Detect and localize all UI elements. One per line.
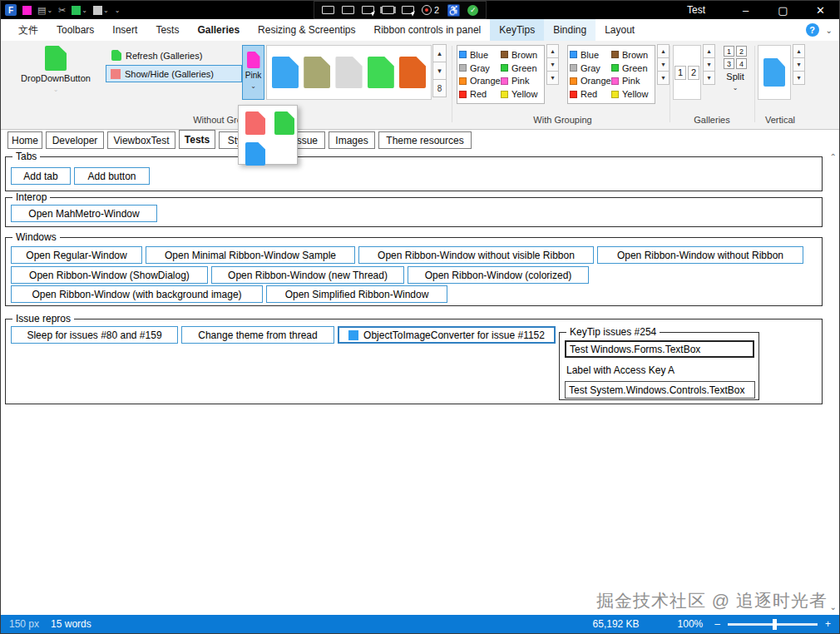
open-mahmetro-window-button[interactable]: Open MahMetro-Window [11, 205, 157, 222]
scroll-up-button[interactable]: ▴ [793, 44, 805, 58]
list-item[interactable]: Pink [611, 75, 653, 88]
add-button-button[interactable]: Add button [74, 167, 150, 185]
tab-viewboxtest[interactable]: ViewboxTest [107, 131, 175, 149]
list-item[interactable]: Blue [570, 48, 611, 62]
tab-file[interactable]: 文件 [9, 19, 47, 41]
list-item[interactable]: Gray [459, 62, 501, 75]
tab-home[interactable]: Home [7, 131, 42, 149]
window-frame-icon[interactable] [382, 6, 394, 14]
scroll-down-button[interactable]: ▾ [432, 62, 447, 80]
open-ribbon-window-showdialog-button[interactable]: Open Ribbon-Window (ShowDialog) [11, 266, 208, 284]
ribbon-minimize-icon[interactable]: ⌄ [826, 26, 833, 35]
gallery-dropdown-button[interactable]: ▾ [657, 71, 670, 85]
scroll-up-button[interactable]: ▴ [432, 44, 447, 62]
gallery-dropdown-button[interactable]: ▾ [703, 71, 715, 85]
tab-insert[interactable]: Insert [103, 19, 146, 41]
gallery-item-orange[interactable] [399, 57, 426, 88]
list-item[interactable]: Yellow [501, 87, 542, 101]
refresh-galleries-button[interactable]: Refresh (Galleries) [107, 47, 240, 63]
list-item[interactable]: Green [611, 62, 653, 75]
popup-item-blue[interactable] [245, 142, 265, 166]
list-item[interactable]: Green [501, 62, 542, 75]
tab-keytips[interactable]: KeyTips [490, 19, 544, 41]
open-ribbon-window-without-visible-ribbon-button[interactable]: Open Ribbon-Window without visible Ribbo… [358, 246, 594, 264]
gallery-item-2[interactable]: 2 [688, 66, 699, 80]
dropdown-button[interactable]: DropDownButton ⌄ [9, 46, 102, 93]
list-item[interactable]: Pink [501, 75, 542, 88]
scroll-down-button[interactable]: ▾ [703, 57, 715, 72]
zoom-in-button[interactable]: + [825, 618, 831, 630]
scroll-up-button[interactable]: ▴ [657, 44, 670, 58]
list-item[interactable]: Gray [570, 62, 611, 75]
gallery-item-gray[interactable] [335, 57, 362, 88]
list-item[interactable]: Blue [459, 48, 501, 62]
window-pointer-icon[interactable] [402, 6, 414, 14]
pink-swatch-icon[interactable] [22, 6, 32, 15]
zoom-out-button[interactable]: – [714, 618, 720, 630]
list-item[interactable]: Brown [611, 48, 653, 62]
cut-button[interactable]: ✂ [58, 5, 66, 16]
scroll-up-button[interactable]: ▴ [703, 44, 715, 58]
maximize-button[interactable]: ▢ [764, 1, 802, 19]
open-simplified-ribbon-window-button[interactable]: Open Simplified Ribbon-Window [266, 285, 447, 303]
sleep-issues-button[interactable]: Sleep for issues #80 and #159 [11, 326, 178, 344]
tab-theme-resources[interactable]: Theme resources [378, 131, 472, 149]
gallery-item-olive[interactable] [304, 57, 330, 88]
tab-tests[interactable]: Tests [179, 130, 215, 149]
open-minimal-ribbon-window-button[interactable]: Open Minimal Ribbon-Window Sample [146, 246, 355, 264]
gallery-dropdown-button[interactable]: ▾ [546, 71, 559, 85]
open-ribbon-window-without-ribbon-button[interactable]: Open Ribbon-Window without Ribbon [597, 246, 803, 264]
add-tab-button[interactable]: Add tab [11, 167, 71, 185]
open-ribbon-window-background-image-button[interactable]: Open Ribbon-Window (with background imag… [11, 285, 263, 303]
gallery-dropdown-button[interactable]: 8 [432, 79, 447, 97]
change-theme-thread-button[interactable]: Change theme from thread [181, 326, 334, 344]
list-item[interactable]: Brown [501, 48, 542, 62]
tab-ribbon-controls-in-panel[interactable]: Ribbon controls in panel [364, 19, 490, 41]
recording-icon[interactable] [422, 5, 432, 15]
wpf-textbox[interactable]: Test System.Windows.Controls.TextBox [565, 381, 755, 399]
list-item[interactable]: Orange [459, 75, 501, 88]
tab-toolbars[interactable]: Toolbars [47, 19, 103, 41]
gallery-item-green[interactable] [368, 57, 394, 88]
list-item[interactable]: Red [459, 87, 501, 101]
window-icon[interactable] [342, 6, 354, 14]
gallery-item-1[interactable]: 1 [674, 66, 686, 80]
zoom-slider-thumb[interactable] [773, 619, 777, 630]
paste-button[interactable]: ▤⌄ [37, 5, 52, 16]
popup-item-red[interactable] [245, 111, 265, 135]
minimize-button[interactable]: – [727, 1, 764, 19]
winforms-textbox[interactable]: Test Windows.Forms.TextBox [565, 340, 754, 358]
close-button[interactable]: ✕ [802, 1, 839, 19]
pink-gallery-item-button[interactable]: Pink ⌄ [242, 45, 264, 100]
tab-layout[interactable]: Layout [595, 19, 644, 41]
gray-gallery-button[interactable]: ⌄ [93, 6, 109, 15]
scrollbar-up-icon[interactable]: ⌃ [830, 152, 837, 161]
tab-binding[interactable]: Binding [544, 19, 595, 41]
tab-developer[interactable]: Developer [46, 131, 104, 149]
open-regular-window-button[interactable]: Open Regular-Window [11, 246, 142, 264]
zoom-slider[interactable] [728, 623, 818, 626]
help-button[interactable]: ? [806, 23, 819, 37]
popup-item-green[interactable] [274, 111, 294, 135]
scroll-up-button[interactable]: ▴ [546, 44, 559, 58]
qat-overflow-button[interactable]: ⌄ [115, 7, 121, 14]
scroll-down-button[interactable]: ▾ [546, 57, 559, 72]
green-gallery-button[interactable]: ⌄ [72, 6, 87, 15]
open-ribbon-window-new-thread-button[interactable]: Open Ribbon-Window (new Thread) [211, 266, 404, 284]
split-button[interactable]: 1 2 3 4 Split ⌄ [718, 46, 753, 92]
tab-images[interactable]: Images [329, 131, 375, 149]
scroll-down-button[interactable]: ▾ [657, 57, 670, 72]
list-item[interactable]: Red [570, 87, 611, 101]
app-icon[interactable]: F [5, 4, 17, 16]
scroll-down-button[interactable]: ▾ [793, 57, 805, 72]
tab-resizing[interactable]: Resizing & Screentips [249, 19, 364, 41]
gallery-dropdown-button[interactable]: ▾ [793, 71, 805, 85]
accessibility-icon[interactable]: ♿ [447, 5, 460, 16]
gallery-item-blue[interactable] [763, 58, 785, 87]
tab-tests[interactable]: Tests [146, 19, 188, 41]
gallery-item-blue[interactable] [272, 57, 299, 88]
object-to-image-converter-button[interactable]: ObjectToImageConverter for issue #1152 [338, 326, 556, 344]
list-item[interactable]: Yellow [611, 87, 653, 101]
tab-galleries[interactable]: Galleries [188, 19, 249, 41]
screen-icon[interactable] [322, 6, 334, 14]
